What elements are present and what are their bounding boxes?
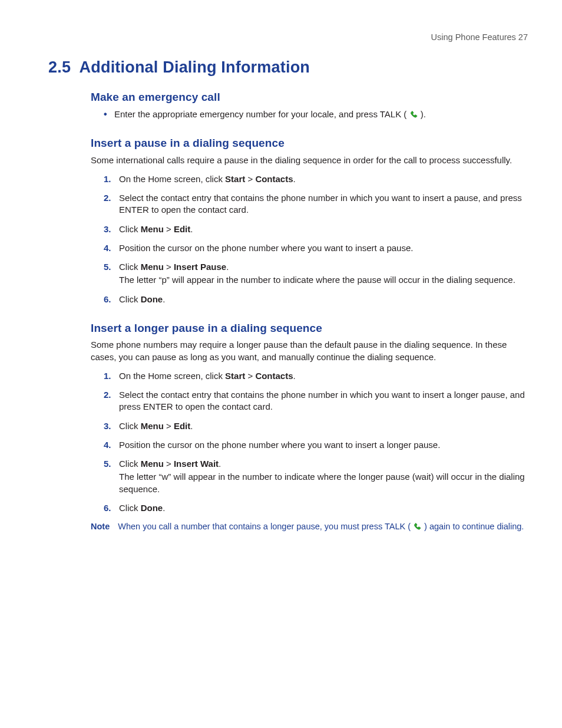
step-text: . (293, 371, 296, 381)
step-item: Click Menu > Edit. (104, 223, 528, 235)
step-subtext: The letter “p” will appear in the number… (119, 274, 528, 286)
section-title: Additional Dialing Information (80, 58, 310, 76)
step-text: . (293, 174, 296, 184)
section-insert-longer-pause: Insert a longer pause in a dialing seque… (91, 321, 528, 533)
step-item: Click Done. (104, 294, 528, 305)
step-text: . (226, 262, 229, 272)
subheading-insert-pause: Insert a pause in a dialing sequence (91, 136, 528, 151)
step-item: Position the cursor on the phone number … (104, 439, 528, 451)
step-subtext: The letter “w” will appear in the number… (119, 471, 528, 495)
step-item: Select the contact entry that contains t… (104, 192, 528, 216)
subheading-insert-longer-pause: Insert a longer pause in a dialing seque… (91, 321, 528, 336)
intro-text: Some international calls require a pause… (91, 154, 528, 166)
step-item: Select the contact entry that contains t… (104, 389, 528, 413)
bold-menu: Menu (141, 224, 164, 234)
step-text: > (245, 174, 255, 184)
bold-contacts: Contacts (255, 371, 293, 381)
subheading-emergency: Make an emergency call (91, 90, 528, 105)
step-item: Click Menu > Insert Pause. The letter “p… (104, 261, 528, 286)
bold-done: Done (141, 503, 163, 513)
bold-menu: Menu (141, 421, 164, 431)
intro-text: Some phone numbers may require a longer … (91, 339, 528, 363)
step-text: Click (119, 459, 141, 469)
note-text: When you call a number that contains a l… (118, 521, 528, 533)
bold-edit: Edit (174, 421, 190, 431)
bold-insert-wait: Insert Wait (174, 459, 219, 469)
talk-icon (409, 110, 418, 119)
note-row: Note When you call a number that contain… (91, 521, 528, 533)
talk-icon (413, 522, 422, 531)
step-text: Click (119, 421, 141, 431)
step-text: > (164, 224, 174, 234)
step-text: . (190, 224, 193, 234)
bold-edit: Edit (174, 224, 190, 234)
document-page: Using Phone Features 27 2.5 Additional D… (0, 0, 562, 728)
running-header: Using Phone Features 27 (48, 32, 528, 44)
step-text: On the Home screen, click (119, 174, 225, 184)
step-item: On the Home screen, click Start > Contac… (104, 173, 528, 185)
section-insert-pause: Insert a pause in a dialing sequence Som… (91, 136, 528, 305)
section-number: 2.5 (48, 58, 71, 76)
step-item: Click Done. (104, 502, 528, 514)
step-text: Click (119, 503, 141, 513)
bullet-item: Enter the appropriate emergency number f… (104, 108, 528, 120)
step-text: > (164, 421, 174, 431)
bold-start: Start (225, 371, 245, 381)
step-item: Click Menu > Insert Wait. The letter “w”… (104, 458, 528, 495)
bold-done: Done (141, 294, 163, 304)
step-text: On the Home screen, click (119, 371, 225, 381)
step-text: > (164, 262, 174, 272)
step-text: > (245, 371, 255, 381)
step-item: Click Menu > Edit. (104, 420, 528, 432)
note-label: Note (91, 521, 110, 533)
bold-insert-pause: Insert Pause (174, 262, 226, 272)
step-text: . (190, 421, 193, 431)
step-text: Click (119, 224, 141, 234)
bold-menu: Menu (141, 262, 164, 272)
bold-contacts: Contacts (255, 174, 293, 184)
note-text-post: ) again to continue dialing. (424, 522, 524, 531)
section-emergency-call: Make an emergency call Enter the appropr… (91, 90, 528, 120)
step-text: . (219, 459, 221, 469)
bold-menu: Menu (141, 459, 164, 469)
page-title: 2.5 Additional Dialing Information (48, 57, 528, 78)
step-text: . (163, 294, 165, 304)
step-text: > (164, 459, 174, 469)
step-text: . (163, 503, 165, 513)
step-item: On the Home screen, click Start > Contac… (104, 370, 528, 382)
step-text: Click (119, 262, 141, 272)
bullet-text-post: ). (421, 109, 426, 119)
step-item: Position the cursor on the phone number … (104, 242, 528, 254)
bold-start: Start (225, 174, 245, 184)
step-text: Click (119, 294, 141, 304)
note-text-pre: When you call a number that contains a l… (118, 522, 411, 531)
bullet-text-pre: Enter the appropriate emergency number f… (114, 109, 406, 119)
